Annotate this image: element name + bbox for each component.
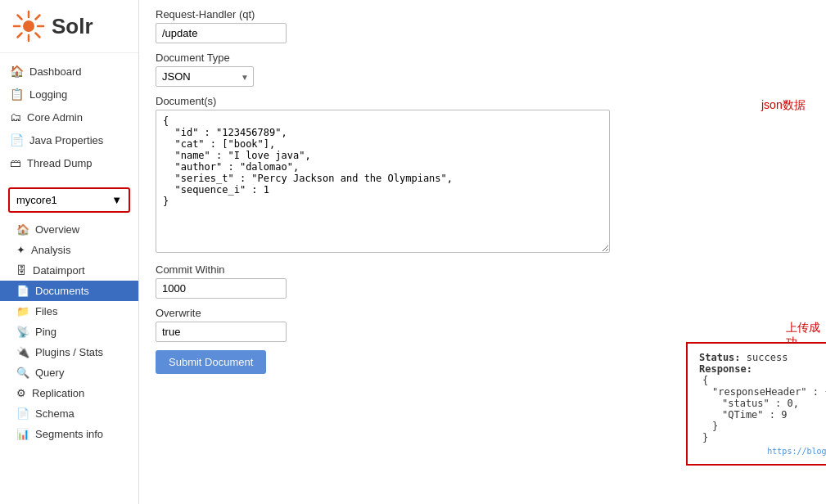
documents-textarea[interactable]: { "id" : "123456789", "cat" : ["book"], … (156, 110, 610, 253)
sidebar-item-core-admin[interactable]: 🗂 Core Admin (0, 106, 138, 128)
sidebar-label-core-admin: Core Admin (27, 111, 83, 124)
java-properties-icon: 📄 (10, 133, 24, 146)
qtime-line: "QTime" : 9 (702, 409, 826, 421)
status-field-colon: : (770, 398, 788, 409)
submit-button[interactable]: Submit Document (156, 350, 266, 374)
sidebar-item-analysis[interactable]: ✦ Analysis (0, 240, 138, 260)
sidebar-item-replication[interactable]: ⚙ Replication (0, 383, 138, 403)
sidebar-item-files[interactable]: 📁 Files (0, 301, 138, 322)
sidebar-item-ping[interactable]: 📡 Ping (0, 322, 138, 342)
schema-icon: 📄 (16, 407, 29, 420)
sidebar-top-nav: 🏠 Dashboard 📋 Logging 🗂 Core Admin 📄 Jav… (0, 53, 138, 181)
overwrite-label: Overwrite (156, 307, 810, 319)
outer-close-brace: } (702, 432, 826, 443)
ping-icon: 📡 (16, 326, 29, 338)
svg-line-6 (36, 34, 40, 38)
svg-line-8 (18, 34, 22, 38)
sidebar-item-plugins-stats[interactable]: 🔌 Plugins / Stats (0, 342, 138, 362)
sidebar-label-files: Files (35, 305, 57, 317)
sidebar-item-java-properties[interactable]: 📄 Java Properties (0, 128, 138, 151)
sidebar-label-query: Query (35, 367, 64, 379)
overwrite-input[interactable] (156, 322, 287, 342)
status-field-val: 0, (787, 398, 798, 409)
documents-section: Document(s) { "id" : "123456789", "cat" … (156, 95, 810, 255)
response-url-note: https://blog.csdn.net/supermao2013 (699, 447, 826, 456)
sidebar-item-logging[interactable]: 📋 Logging (0, 83, 138, 106)
core-name: mycore1 (16, 194, 57, 206)
qtime-field-colon: : (764, 409, 782, 421)
response-label-line: Response: (699, 363, 826, 375)
inner-close-brace: } (702, 421, 826, 432)
sidebar-item-segments-info[interactable]: 📊 Segments info (0, 424, 138, 444)
response-header-colon: : { (807, 386, 826, 398)
replication-icon: ⚙ (16, 387, 26, 399)
documents-icon: 📄 (16, 285, 29, 297)
sidebar-sub-nav: 🏠 Overview ✦ Analysis 🗄 Dataimport 📄 Doc… (0, 219, 138, 444)
core-select-inner[interactable]: mycore1 ▼ (11, 191, 127, 209)
response-key-label: Response: (699, 363, 752, 375)
analysis-icon: ✦ (16, 244, 25, 256)
sidebar-item-query[interactable]: 🔍 Query (0, 362, 138, 383)
dashboard-icon: 🏠 (10, 65, 24, 78)
status-key-label: Status: (699, 352, 741, 363)
overview-icon: 🏠 (16, 223, 29, 236)
core-selector[interactable]: mycore1 ▼ (8, 187, 130, 213)
sidebar-item-documents[interactable]: 📄 Documents (0, 281, 138, 301)
document-type-section: Document Type JSON XML CSV ▼ (156, 52, 810, 87)
sidebar-label-dashboard: Dashboard (29, 65, 82, 78)
sidebar-label-java-properties: Java Properties (29, 134, 103, 146)
logo-area: Solr (0, 0, 138, 53)
sidebar-label-documents: Documents (35, 285, 89, 297)
sidebar-item-thread-dump[interactable]: 🗃 Thread Dump (0, 151, 138, 174)
query-icon: 🔍 (16, 367, 29, 379)
core-admin-icon: 🗂 (10, 110, 21, 124)
commit-within-label: Commit Within (156, 263, 810, 276)
segments-info-icon: 📊 (16, 428, 29, 440)
response-status-line: Status: success (699, 352, 826, 363)
plugins-stats-icon: 🔌 (16, 346, 29, 358)
core-dropdown-arrow: ▼ (111, 194, 122, 206)
solr-logo-icon (12, 10, 45, 43)
document-type-label: Document Type (156, 52, 810, 64)
request-handler-input[interactable] (156, 23, 287, 43)
svg-line-7 (36, 16, 40, 20)
json-annotation: json数据 (761, 98, 806, 113)
brace-open: { (702, 375, 826, 386)
overwrite-section: Overwrite (156, 307, 810, 342)
logo-text: Solr (52, 14, 93, 39)
sidebar-label-logging: Logging (29, 88, 67, 101)
request-handler-section: Request-Handler (qt) (156, 8, 810, 43)
response-header-line: "responseHeader" : { (702, 386, 826, 398)
documents-label: Document(s) (156, 95, 810, 107)
document-type-select[interactable]: JSON XML CSV (156, 66, 254, 87)
sidebar-item-schema[interactable]: 📄 Schema (0, 403, 138, 424)
commit-within-section: Commit Within (156, 263, 810, 299)
files-icon: 📁 (16, 305, 29, 317)
sidebar-label-plugins-stats: Plugins / Stats (35, 346, 103, 358)
svg-line-5 (18, 16, 22, 20)
sidebar-item-overview[interactable]: 🏠 Overview (0, 219, 138, 240)
document-type-wrapper: JSON XML CSV ▼ (156, 66, 254, 87)
sidebar-label-ping: Ping (35, 326, 56, 338)
sidebar-label-replication: Replication (32, 387, 84, 399)
sidebar-label-dataimport: Dataimport (33, 264, 85, 277)
commit-within-input[interactable] (156, 278, 287, 299)
request-handler-label: Request-Handler (qt) (156, 8, 810, 20)
sidebar-label-analysis: Analysis (31, 244, 70, 256)
dataimport-icon: 🗄 (16, 264, 27, 277)
main-content: Request-Handler (qt) Document Type JSON … (139, 0, 826, 504)
sidebar-label-thread-dump: Thread Dump (27, 157, 92, 169)
qtime-field-key: "QTime" (722, 409, 764, 421)
response-header-key: "responseHeader" (712, 386, 807, 398)
sidebar-label-segments-info: Segments info (35, 428, 103, 440)
sidebar-label-schema: Schema (35, 407, 74, 420)
response-body: { "responseHeader" : { "status" : 0, "QT… (699, 375, 826, 443)
status-line: "status" : 0, (702, 398, 826, 409)
sidebar-item-dataimport[interactable]: 🗄 Dataimport (0, 260, 138, 281)
logging-icon: 📋 (10, 88, 24, 101)
response-box: Status: success Response: { "responseHea… (686, 342, 826, 466)
sidebar-item-dashboard[interactable]: 🏠 Dashboard (0, 60, 138, 83)
qtime-field-val: 9 (781, 409, 787, 421)
svg-point-0 (23, 20, 34, 32)
status-value: success (747, 352, 788, 363)
